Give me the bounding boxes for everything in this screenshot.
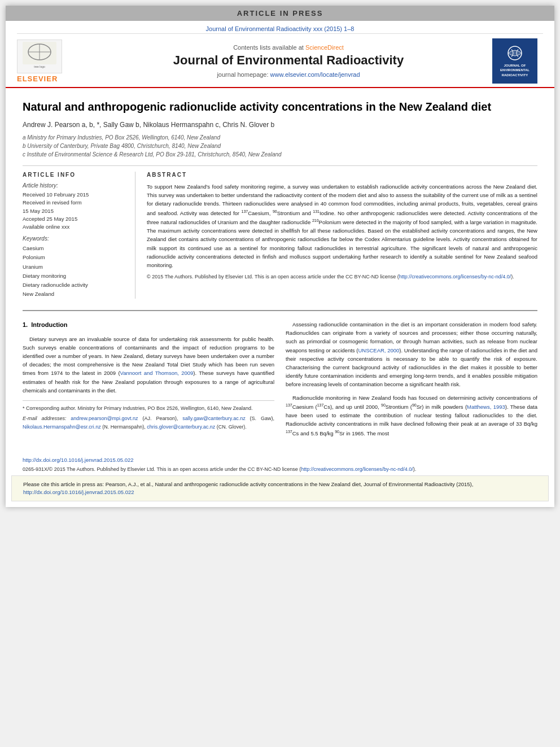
body-right-col: Assessing radionuclide contamination in …	[286, 320, 537, 442]
affiliation-a: a Ministry for Primary Industries, PO Bo…	[23, 133, 537, 142]
journal-main-title: Journal of Environmental Radioactivity	[90, 53, 487, 68]
authors-line: Andrew J. Pearson a, b, *, Sally Gaw b, …	[23, 121, 537, 129]
citation-banner: Please cite this article in press as: Pe…	[11, 475, 549, 502]
unscear-link[interactable]: UNSCEAR, 2000	[358, 347, 399, 353]
affiliation-b: b University of Canterbury, Private Bag …	[23, 142, 537, 150]
journal-title-area: Contents lists available at ScienceDirec…	[85, 44, 492, 78]
elsevier-brand: ELSEVIER	[17, 75, 85, 83]
article-content: Natural and anthropogenic radionuclide a…	[6, 88, 554, 453]
sciencedirect-prefix: Contents lists available at	[233, 44, 305, 51]
email-hermanspahn[interactable]: Nikolaus.Hermanspahn@esr.cri.nz	[23, 424, 101, 430]
section1-number: 1.	[23, 321, 28, 328]
keywords-list: Caesium Polonium Uranium Dietary monitor…	[23, 244, 126, 299]
keywords-title: Keywords:	[23, 235, 126, 242]
copyright-line: © 2015 The Authors. Published by Elsevie…	[147, 274, 537, 279]
email-pearson[interactable]: andrew.pearson@mpi.govt.nz	[71, 416, 138, 421]
journal-logo-right: JOURNAL OFENVIRONMENTALRADIOACTIVITY	[492, 38, 543, 84]
doi-link[interactable]: http://dx.doi.org/10.1016/j.jenvrad.2015…	[23, 457, 133, 463]
divider-1	[23, 165, 537, 166]
journal-logo-box: JOURNAL OFENVIRONMENTALRADIOACTIVITY	[492, 38, 537, 84]
abstract-heading: ABSTRACT	[147, 172, 537, 178]
elsevier-logo-area: tree logo ELSEVIER	[17, 40, 85, 83]
journal-ref-text: Journal of Environmental Radioactivity x…	[206, 25, 355, 32]
footnote-corresponding: * Corresponding author. Ministry for Pri…	[23, 400, 274, 431]
journal-header: Journal of Environmental Radioactivity x…	[6, 21, 554, 88]
right-para-2: Radionuclide monitoring in New Zealand f…	[286, 394, 537, 438]
vannoort-link[interactable]: Vannoort and Thomson, 2009	[120, 370, 194, 376]
email-gaw[interactable]: sally.gaw@canterbury.ac.nz	[182, 416, 245, 421]
journal-header-inner: tree logo ELSEVIER Contents lists availa…	[17, 33, 543, 87]
article-title: Natural and anthropogenic radionuclide a…	[23, 99, 537, 114]
aip-banner: ARTICLE IN PRESS	[6, 6, 554, 21]
abstract-col: ABSTRACT To support New Zealand's food s…	[147, 172, 537, 299]
affiliations: a Ministry for Primary Industries, PO Bo…	[23, 133, 537, 159]
article-info-col: ARTICLE INFO Article history: Received 1…	[23, 172, 135, 299]
copyright-link[interactable]: http://creativecommons.org/licenses/by-n…	[399, 274, 511, 279]
homepage-url[interactable]: www.elsevier.com/locate/jenvrad	[270, 71, 360, 78]
body-section: 1. Introduction Dietary surveys are an i…	[23, 310, 537, 442]
right-para-1: Assessing radionuclide contamination in …	[286, 320, 537, 389]
elsevier-image: tree logo	[17, 40, 62, 73]
page: ARTICLE IN PRESS Journal of Environmenta…	[6, 6, 554, 507]
sciencedirect-link[interactable]: ScienceDirect	[305, 44, 344, 51]
email-glover[interactable]: chris.glover@canterbury.ac.nz	[147, 424, 215, 430]
article-history-text: Received 10 February 2015 Received in re…	[23, 191, 126, 231]
article-history-title: Article history:	[23, 182, 126, 189]
abstract-text: To support New Zealand's food safety mon…	[147, 182, 537, 269]
matthews-link[interactable]: Matthews, 1993	[467, 404, 505, 410]
citation-doi-link[interactable]: http://dx.doi.org/10.1016/j.jenvrad.2015…	[23, 489, 134, 495]
journal-ref-line: Journal of Environmental Radioactivity x…	[17, 23, 543, 33]
homepage-prefix: journal homepage:	[217, 71, 270, 78]
body-two-col: 1. Introduction Dietary surveys are an i…	[23, 320, 537, 442]
article-info-heading: ARTICLE INFO	[23, 172, 126, 178]
issn-line: 0265-931X/© 2015 The Authors. Published …	[23, 466, 537, 472]
affiliation-c: c Institute of Environmental Science & R…	[23, 150, 537, 159]
issn-cc-link[interactable]: http://creativecommons.org/licenses/by-n…	[301, 466, 413, 472]
doi-line: http://dx.doi.org/10.1016/j.jenvrad.2015…	[23, 457, 537, 463]
aip-banner-text: ARTICLE IN PRESS	[237, 9, 323, 18]
authors-text: Andrew J. Pearson a, b, *, Sally Gaw b, …	[23, 121, 274, 129]
section1-title: 1. Introduction	[23, 320, 274, 330]
journal-homepage: journal homepage: www.elsevier.com/locat…	[90, 71, 487, 78]
section1-title-text: Introduction	[31, 321, 67, 328]
sciencedirect-line: Contents lists available at ScienceDirec…	[90, 44, 487, 51]
svg-text:tree logo: tree logo	[34, 65, 45, 68]
body-left-col: 1. Introduction Dietary surveys are an i…	[23, 320, 274, 442]
info-abstract-area: ARTICLE INFO Article history: Received 1…	[23, 172, 537, 299]
intro-para-1: Dietary surveys are an invaluable source…	[23, 335, 274, 395]
